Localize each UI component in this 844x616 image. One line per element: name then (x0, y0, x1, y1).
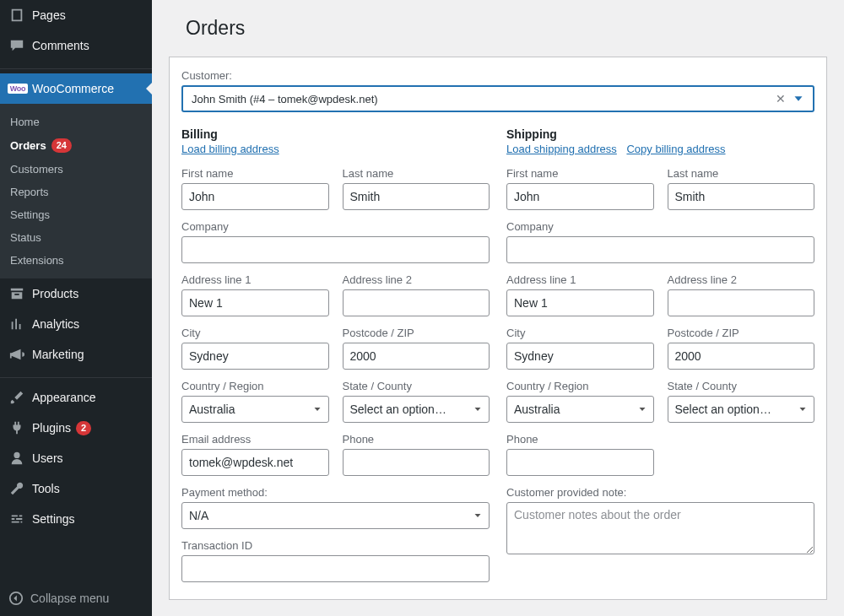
sidebar-item-marketing[interactable]: Marketing (0, 339, 152, 370)
submenu-label: Home (10, 116, 40, 128)
shipping-company-input[interactable] (506, 236, 814, 263)
submenu-label: Extensions (10, 254, 64, 267)
billing-first-name-input[interactable] (181, 183, 329, 210)
submenu-label: Reports (10, 186, 49, 198)
load-billing-link[interactable]: Load billing address (181, 143, 279, 155)
copy-billing-link[interactable]: Copy billing address (626, 143, 725, 155)
shipping-addr1-label: Address line 1 (506, 273, 654, 286)
billing-state-select[interactable]: Select an option… (343, 396, 490, 423)
customer-clear-icon[interactable]: ✕ (772, 92, 789, 105)
billing-addr1-input[interactable] (181, 289, 329, 316)
shipping-company-label: Company (506, 220, 814, 233)
shipping-postcode-input[interactable] (668, 343, 815, 370)
page-icon (8, 7, 25, 24)
sidebar-item-label: WooCommerce (32, 82, 114, 95)
brush-icon (8, 389, 25, 406)
admin-sidebar: Pages Comments Woo WooCommerce Home Orde… (0, 0, 152, 616)
woocommerce-icon: Woo (8, 80, 25, 97)
submenu-label: Settings (10, 208, 50, 221)
submenu-item-settings[interactable]: Settings (0, 203, 152, 226)
billing-company-label: Company (181, 220, 490, 233)
shipping-postcode-label: Postcode / ZIP (668, 327, 815, 339)
plugins-count-badge: 2 (76, 421, 91, 435)
transaction-id-input[interactable] (181, 555, 490, 582)
sidebar-item-label: Comments (32, 39, 89, 52)
billing-postcode-input[interactable] (343, 343, 490, 370)
sidebar-item-settings[interactable]: Settings (0, 504, 152, 534)
billing-last-name-input[interactable] (343, 183, 490, 210)
submenu-item-orders[interactable]: Orders 24 (0, 133, 152, 158)
chart-bar-icon (8, 316, 25, 332)
menu-separator (0, 65, 152, 69)
orders-count-badge: 24 (51, 138, 72, 153)
sidebar-item-pages[interactable]: Pages (0, 0, 152, 30)
billing-city-label: City (181, 327, 329, 339)
sidebar-item-label: Analytics (32, 317, 79, 331)
shipping-last-name-label: Last name (668, 167, 815, 180)
content-scroll[interactable]: Customer: John Smith (#4 – tomek@wpdesk.… (152, 57, 844, 616)
sidebar-item-label: Products (32, 287, 78, 300)
comment-icon (8, 37, 25, 54)
billing-phone-input[interactable] (343, 449, 490, 476)
customer-value: John Smith (#4 – tomek@wpdesk.net) (192, 93, 772, 105)
submenu-label: Orders (10, 139, 46, 152)
shipping-phone-input[interactable] (506, 449, 654, 476)
shipping-addr2-input[interactable] (668, 289, 815, 316)
order-data-panel: Customer: John Smith (#4 – tomek@wpdesk.… (169, 57, 827, 600)
main-area: Orders Customer: John Smith (#4 – tomek@… (152, 0, 844, 616)
billing-email-label: Email address (181, 433, 329, 446)
billing-title: Billing (181, 127, 490, 141)
sidebar-item-appearance[interactable]: Appearance (0, 382, 152, 413)
customer-note-label: Customer provided note: (506, 486, 814, 499)
sidebar-item-woocommerce[interactable]: Woo WooCommerce (0, 73, 152, 104)
shipping-city-label: City (506, 327, 654, 339)
shipping-state-select[interactable]: Select an option… (668, 396, 815, 423)
billing-company-input[interactable] (181, 236, 490, 263)
shipping-addr2-label: Address line 2 (668, 273, 815, 286)
sidebar-item-label: Tools (32, 482, 60, 495)
sidebar-item-label: Appearance (32, 391, 96, 404)
submenu-item-home[interactable]: Home (0, 111, 152, 133)
sidebar-item-products[interactable]: Products (0, 278, 152, 309)
submenu-label: Status (10, 231, 41, 244)
billing-email-input[interactable] (181, 449, 329, 476)
woocommerce-submenu: Home Orders 24 Customers Reports Setting… (0, 104, 152, 278)
shipping-country-label: Country / Region (506, 380, 654, 392)
submenu-item-status[interactable]: Status (0, 226, 152, 249)
sidebar-item-comments[interactable]: Comments (0, 30, 152, 61)
shipping-addr1-input[interactable] (506, 289, 654, 316)
menu-separator (0, 374, 152, 378)
submenu-item-reports[interactable]: Reports (0, 181, 152, 203)
billing-country-label: Country / Region (181, 380, 329, 392)
transaction-id-label: Transaction ID (181, 539, 490, 552)
billing-first-name-label: First name (181, 167, 329, 180)
shipping-city-input[interactable] (506, 343, 654, 370)
sidebar-item-users[interactable]: Users (0, 443, 152, 473)
customer-select[interactable]: John Smith (#4 – tomek@wpdesk.net) ✕ (181, 85, 814, 112)
shipping-last-name-input[interactable] (668, 183, 815, 210)
sidebar-item-plugins[interactable]: Plugins 2 (0, 413, 152, 443)
billing-addr2-input[interactable] (343, 289, 490, 316)
sidebar-item-analytics[interactable]: Analytics (0, 309, 152, 339)
shipping-first-name-input[interactable] (506, 183, 654, 210)
billing-state-label: State / County (343, 380, 490, 392)
load-shipping-link[interactable]: Load shipping address (506, 143, 617, 155)
sidebar-item-tools[interactable]: Tools (0, 473, 152, 504)
billing-city-input[interactable] (181, 343, 329, 370)
billing-country-select[interactable]: Australia (181, 396, 329, 423)
customer-label: Customer: (181, 69, 814, 82)
shipping-country-select[interactable]: Australia (506, 396, 654, 423)
sliders-icon (8, 511, 25, 527)
billing-postcode-label: Postcode / ZIP (343, 327, 490, 339)
shipping-column: Shipping Load shipping address Copy bill… (506, 127, 814, 592)
sidebar-item-label: Users (32, 451, 63, 465)
collapse-icon (8, 591, 24, 606)
customer-note-textarea[interactable] (506, 502, 814, 554)
chevron-down-icon[interactable] (789, 91, 808, 106)
billing-last-name-label: Last name (343, 167, 490, 180)
submenu-item-customers[interactable]: Customers (0, 158, 152, 181)
submenu-item-extensions[interactable]: Extensions (0, 249, 152, 272)
collapse-menu-button[interactable]: Collapse menu (0, 584, 152, 616)
megaphone-icon (8, 346, 25, 363)
payment-method-select[interactable]: N/A (181, 502, 490, 529)
